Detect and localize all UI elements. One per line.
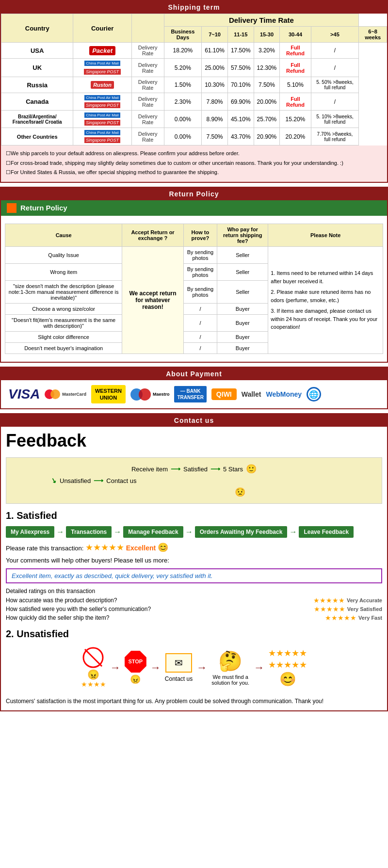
pays-2: Seller bbox=[217, 280, 268, 303]
delivery-rate-usa: Delivery Rate bbox=[131, 43, 164, 59]
prove-6: / bbox=[183, 342, 217, 354]
step-manage-feedback[interactable]: Manage Feedback bbox=[123, 526, 183, 538]
country-usa: USA bbox=[1, 43, 73, 59]
maestro-logo: Maestro bbox=[130, 388, 170, 401]
brazil-c1: 0.00% bbox=[164, 111, 202, 128]
unsat-arrow-3: → bbox=[196, 661, 207, 674]
other-c4: 20.90% bbox=[254, 128, 280, 145]
stop-sign-shape: STOP bbox=[125, 651, 146, 673]
step-arrow-4: → bbox=[289, 528, 297, 536]
col-courier: Courier bbox=[73, 14, 131, 43]
col-6-8: 6~8 weeks bbox=[359, 27, 387, 43]
unsat-arrow-2: → bbox=[150, 661, 161, 674]
brazil-c6: 5. 10% >8weeks, full refund bbox=[311, 111, 359, 128]
step-leave-feedback[interactable]: Leave Feedback bbox=[299, 526, 354, 538]
rating-stars: ★★★★★ bbox=[85, 543, 124, 552]
angry-face-icon: 😠 bbox=[87, 669, 99, 680]
note-3: ☐For United States & Russia, we offer sp… bbox=[6, 168, 382, 177]
happy-smiley-1: 🙂 bbox=[246, 464, 257, 474]
low-stars: ★★★★ bbox=[81, 680, 106, 688]
no-angry-group: 😠 ★★★★ bbox=[81, 647, 106, 688]
packet-logo: Packet bbox=[89, 46, 115, 55]
feedback-title: Feedback bbox=[1, 427, 387, 453]
webmoney-logo: WebMoney bbox=[266, 390, 302, 398]
unsatisfied-title: 2. Unsatisfied bbox=[1, 625, 387, 642]
russia-c5: 5.10% bbox=[280, 77, 311, 93]
return-icon bbox=[7, 203, 16, 213]
th-who-pays: Who pay for return shipping fee? bbox=[217, 224, 268, 246]
shipping-notes: ☐We ship parcels to your default address… bbox=[1, 145, 387, 182]
russia-c4: 7.50% bbox=[254, 77, 280, 93]
prove-3: / bbox=[183, 303, 217, 314]
shipping-table: Country Courier Delivery Time Rate Busin… bbox=[1, 14, 387, 145]
country-uk: UK bbox=[1, 59, 73, 77]
prove-2: By sending photos bbox=[183, 280, 217, 303]
rating-text-2: Very Satisfied bbox=[347, 606, 382, 612]
mastercard-logo: MasterCard bbox=[45, 389, 86, 399]
china-post-air: China Post Air Mail bbox=[84, 95, 120, 100]
pays-6: Buyer bbox=[217, 342, 268, 354]
usa-c5: Full Refund bbox=[280, 43, 311, 59]
note-item-3: 3. If items are damaged, please contact … bbox=[271, 307, 380, 331]
rating-text-3: Very Fast bbox=[358, 615, 382, 621]
step-transactions[interactable]: Transactions bbox=[66, 526, 112, 538]
contact-header: Contact us bbox=[1, 414, 387, 427]
brazil-c2: 8.90% bbox=[202, 111, 228, 128]
table-row: Brazil/Argentina/ France/Israel/ Croatia… bbox=[1, 111, 387, 128]
delivery-rate-russia: Delivery Rate bbox=[131, 77, 164, 93]
other-c3: 43.70% bbox=[227, 128, 254, 145]
cause-size: "size doesn't match the description (ple… bbox=[5, 280, 122, 303]
stars-2: ★★★★★ bbox=[314, 605, 345, 613]
canada-c2: 7.80% bbox=[202, 93, 228, 111]
excellent-label: Excellent bbox=[126, 544, 156, 552]
delivery-rate-other: Delivery Rate bbox=[131, 128, 164, 145]
arrow-1: ⟶ bbox=[171, 465, 180, 473]
footer-text: Customers' satisfaction is the most impo… bbox=[1, 693, 387, 710]
prove-0: By sending photos bbox=[183, 246, 217, 263]
delivery-rate-canada: Delivery Rate bbox=[131, 93, 164, 111]
rating-label-3: How quickly did the seller ship the item… bbox=[6, 614, 109, 621]
cause-imagination: Doesn't meet buyer's imagination bbox=[5, 342, 122, 354]
canada-c1: 2.30% bbox=[164, 93, 202, 111]
other-courier-logos: China Post Air Mail Singapore POST bbox=[76, 130, 128, 143]
singapore-post-logo: Singapore POST bbox=[84, 68, 121, 75]
return-header-bar: Return Policy bbox=[1, 200, 387, 216]
country-other: Other Countries bbox=[1, 128, 73, 145]
uk-courier-logos: China Post Air Mail Singapore POST bbox=[76, 61, 128, 75]
uk-c5: Full Refund bbox=[280, 59, 311, 77]
find-solution-text: We must find a solution for you. bbox=[211, 674, 250, 686]
step-orders-awaiting[interactable]: Orders Awaiting My Feedback bbox=[195, 526, 288, 538]
delivery-rate-uk: Delivery Rate bbox=[131, 59, 164, 77]
russia-c6: 5. 50% >8weeks, full refund bbox=[311, 77, 359, 93]
rating-row-1: How accurate was the product description… bbox=[6, 596, 382, 604]
note-item-2: 2. Please make sure retuned items has no… bbox=[271, 288, 380, 304]
result-item: ★★★★★ ★★★★★ 😊 bbox=[268, 648, 307, 687]
pays-3: Buyer bbox=[217, 303, 268, 314]
usa-c3: 17.50% bbox=[227, 43, 254, 59]
prove-4: / bbox=[183, 314, 217, 331]
uk-c1: 5.20% bbox=[164, 59, 202, 77]
note-2: ☐For cross-broad trade, shipping may sli… bbox=[6, 159, 382, 168]
pays-5: Buyer bbox=[217, 331, 268, 342]
return-notes: 1. Items need to be returned within 14 d… bbox=[268, 246, 383, 354]
big-stars-result-2: ★★★★★ bbox=[268, 659, 307, 670]
col-30-44: 30-44 bbox=[280, 27, 311, 43]
return-section-header: Return Policy bbox=[1, 188, 387, 200]
satisfied-label: Satisfied bbox=[183, 466, 208, 473]
canada-c5: Full Refund bbox=[280, 93, 311, 111]
no-sign-svg bbox=[82, 647, 104, 669]
step-my-aliexpress[interactable]: My Aliexpress bbox=[6, 526, 54, 538]
qiwi-logo: QIWI bbox=[211, 388, 237, 400]
th-accept: Accept Return or exchange ? bbox=[122, 224, 183, 246]
return-section: Return Policy Return Policy Cause Accept… bbox=[0, 187, 388, 363]
western-union-logo: WESTERNUNION bbox=[91, 385, 126, 404]
payment-section: About Payment VISA MasterCard WESTERNUNI… bbox=[0, 367, 388, 410]
brazil-c4: 25.70% bbox=[254, 111, 280, 128]
col-15-30: 15-30 bbox=[254, 27, 280, 43]
brazil-courier-logos: China Post Air Mail Singapore POST bbox=[76, 113, 128, 126]
other-c1: 0.00% bbox=[164, 128, 202, 145]
cause-wrong: Wrong item bbox=[5, 263, 122, 280]
note-item-1: 1. Items need to be returned within 14 d… bbox=[271, 269, 380, 285]
contact-section: Contact us Feedback Receive item ⟶ Satis… bbox=[0, 413, 388, 711]
russia-c2: 10.30% bbox=[202, 77, 228, 93]
